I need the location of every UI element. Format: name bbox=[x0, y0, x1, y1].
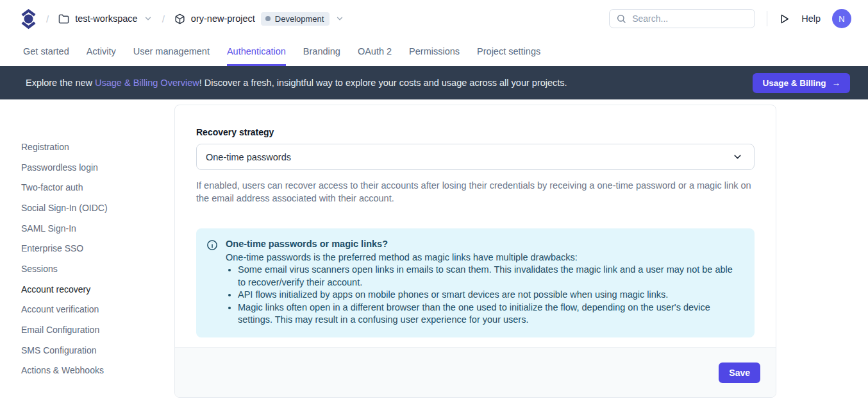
main-nav-tabs: Get started Activity User management Aut… bbox=[0, 37, 868, 66]
sidebar-item-account-recovery[interactable]: Account recovery bbox=[21, 279, 174, 300]
usage-billing-button-label: Usage & Billing bbox=[762, 78, 826, 88]
folder-icon bbox=[58, 13, 69, 24]
sidebar-item-two-factor-auth[interactable]: Two-factor auth bbox=[21, 177, 174, 198]
tab-permissions[interactable]: Permissions bbox=[409, 37, 460, 66]
tab-branding[interactable]: Branding bbox=[303, 37, 340, 66]
tab-authentication[interactable]: Authentication bbox=[227, 37, 286, 66]
recovery-strategy-label: Recovery strategy bbox=[196, 127, 755, 137]
info-icon bbox=[206, 239, 218, 327]
save-button[interactable]: Save bbox=[719, 363, 760, 383]
account-recovery-card: Recovery strategy One-time passwords If … bbox=[174, 105, 776, 398]
callout-intro: One-time passwords is the preferred meth… bbox=[226, 252, 742, 264]
sidebar-item-sms-configuration[interactable]: SMS Configuration bbox=[21, 340, 174, 361]
arrow-right-icon: → bbox=[832, 78, 841, 88]
usage-billing-overview-link[interactable]: Usage & Billing Overview bbox=[95, 78, 199, 88]
environment-badge: Development bbox=[261, 12, 330, 26]
sidebar-item-registration[interactable]: Registration bbox=[21, 137, 174, 157]
tab-project-settings[interactable]: Project settings bbox=[477, 37, 540, 66]
tab-user-management[interactable]: User management bbox=[133, 37, 210, 66]
search-box[interactable] bbox=[609, 9, 755, 28]
sidebar-item-saml-sign-in[interactable]: SAML Sign-In bbox=[21, 218, 174, 239]
search-input[interactable] bbox=[632, 13, 748, 24]
environment-dot-icon bbox=[265, 16, 271, 21]
workspace-switcher[interactable]: test-workspace bbox=[58, 13, 153, 24]
recovery-strategy-description: If enabled, users can recover access to … bbox=[196, 179, 755, 205]
breadcrumb-separator: / bbox=[46, 13, 49, 24]
sidebar-item-social-sign-in-oidc[interactable]: Social Sign-In (OIDC) bbox=[21, 198, 174, 218]
sidebar-item-account-verification[interactable]: Account verification bbox=[21, 300, 174, 320]
tab-get-started[interactable]: Get started bbox=[23, 37, 69, 66]
quickstart-play-icon[interactable] bbox=[779, 13, 790, 24]
recovery-strategy-select[interactable]: One-time passwords bbox=[196, 144, 755, 170]
tab-oauth2[interactable]: OAuth 2 bbox=[358, 37, 392, 66]
tab-activity[interactable]: Activity bbox=[87, 37, 116, 66]
usage-billing-button[interactable]: Usage & Billing → bbox=[753, 73, 850, 93]
help-link[interactable]: Help bbox=[801, 13, 821, 24]
card-body: Recovery strategy One-time passwords If … bbox=[175, 105, 776, 347]
announcement-banner: Explore the new Usage & Billing Overview… bbox=[0, 66, 868, 99]
project-switcher[interactable]: ory-new-project Development bbox=[174, 12, 345, 26]
sidebar-item-passwordless-login[interactable]: Passwordless login bbox=[21, 157, 174, 178]
callout-bullet: Magic links often open in a different br… bbox=[238, 302, 742, 327]
callout-bullet: Some email virus scanners open links in … bbox=[238, 264, 742, 289]
header-divider bbox=[767, 11, 767, 26]
search-icon bbox=[616, 13, 626, 24]
package-icon bbox=[174, 13, 185, 24]
breadcrumb: / test-workspace / ory-new-project bbox=[21, 8, 344, 30]
chevron-down-icon bbox=[335, 14, 344, 23]
chevron-down-icon bbox=[144, 14, 153, 23]
info-callout: One-time passwords or magic links? One-t… bbox=[196, 228, 755, 337]
sidebar-item-enterprise-sso[interactable]: Enterprise SSO bbox=[21, 238, 174, 259]
app-header: / test-workspace / ory-new-project bbox=[0, 0, 868, 37]
page-content: Registration Passwordless login Two-fact… bbox=[0, 99, 868, 398]
recovery-strategy-value: One-time passwords bbox=[206, 152, 291, 162]
card-footer: Save bbox=[175, 347, 776, 397]
environment-label: Development bbox=[275, 14, 324, 24]
banner-message: Explore the new Usage & Billing Overview… bbox=[26, 78, 567, 88]
callout-title: One-time passwords or magic links? bbox=[226, 238, 742, 251]
banner-text-before: Explore the new bbox=[26, 78, 95, 88]
project-name: ory-new-project bbox=[191, 13, 255, 24]
sidebar-item-sessions[interactable]: Sessions bbox=[21, 259, 174, 279]
callout-bullet-list: Some email virus scanners open links in … bbox=[226, 264, 742, 327]
sidebar-item-actions-webhooks[interactable]: Actions & Webhooks bbox=[21, 361, 174, 381]
header-actions: Help N bbox=[609, 9, 851, 28]
banner-text-after: ! Discover a fresh, insightful way to ex… bbox=[199, 78, 567, 88]
workspace-name: test-workspace bbox=[75, 13, 138, 24]
callout-bullet: API flows initialized by apps on mobile … bbox=[238, 289, 742, 302]
callout-body: One-time passwords or magic links? One-t… bbox=[226, 238, 742, 327]
ory-logo-icon[interactable] bbox=[21, 8, 37, 30]
breadcrumb-separator: / bbox=[162, 13, 165, 24]
sidebar-item-email-configuration[interactable]: Email Configuration bbox=[21, 320, 174, 340]
user-avatar[interactable]: N bbox=[832, 9, 851, 28]
chevron-down-icon bbox=[732, 151, 743, 162]
settings-sidebar: Registration Passwordless login Two-fact… bbox=[0, 99, 174, 380]
